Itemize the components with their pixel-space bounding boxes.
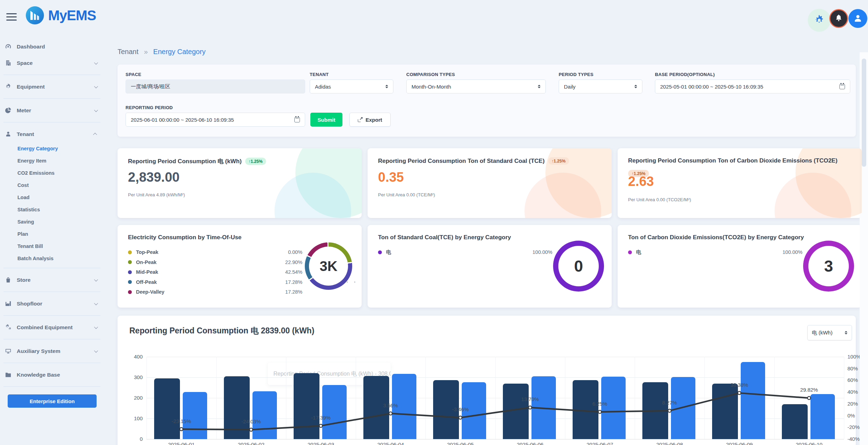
legend-item[interactable]: Deep-Valley	[128, 287, 164, 297]
donut-center-value: 3K	[305, 242, 352, 290]
stat-card-header: Reporting Period Consumption 电 (kWh)↑1.2…	[128, 157, 348, 165]
sidebar-item-dashboard[interactable]: Dashboard	[0, 38, 105, 55]
sidebar-item-tenant[interactable]: Tenant	[0, 126, 105, 142]
sidebar-item-cost[interactable]: Cost	[0, 179, 105, 191]
breadcrumb-current[interactable]: Energy Category	[153, 48, 205, 55]
tenant-select[interactable]: Adidas	[310, 80, 393, 93]
legend-percent: 100.00%	[740, 247, 802, 257]
sidebar-item-co2-emissions[interactable]: CO2 Emissions	[0, 167, 105, 179]
sidebar-divider	[3, 363, 100, 363]
user-profile-button[interactable]	[848, 9, 867, 28]
sidebar-item-auxiliary-system[interactable]: Auxiliary System	[0, 343, 105, 359]
sidebar-item-equipment[interactable]: Equipment	[0, 78, 105, 95]
chart-title: Reporting Period Consumption 电 2839.00 (…	[129, 325, 314, 336]
sidebar-item-space[interactable]: Space	[0, 55, 105, 71]
sidebar-item-energy-category[interactable]: Energy Category	[0, 142, 105, 154]
sidebar-item-energy-item[interactable]: Energy Item	[0, 154, 105, 167]
legend-dot-icon	[128, 270, 132, 274]
y-axis-left-tick: 0	[118, 436, 143, 442]
line-point-marker[interactable]	[529, 406, 532, 409]
legend-item[interactable]: On-Peak	[128, 257, 164, 267]
line-point-label: -24.03%	[227, 418, 276, 424]
stat-card-value: 2.63	[628, 174, 654, 189]
settings-button[interactable]	[808, 9, 831, 32]
export-button[interactable]: ↗ Export	[349, 113, 391, 127]
line-point-marker[interactable]	[598, 410, 602, 414]
sidebar-item-knowledge-base[interactable]: Knowledge Base	[0, 367, 105, 383]
line-point-marker[interactable]	[808, 397, 811, 400]
y-axis-left-tick: 400	[118, 354, 143, 360]
sidebar-item-plan[interactable]: Plan	[0, 228, 105, 240]
donut-legend: 电	[378, 247, 391, 257]
sidebar-item-combined-equipment[interactable]: Combined Equipment	[0, 319, 105, 335]
line-point-marker[interactable]	[319, 424, 323, 427]
legend-label: Deep-Valley	[136, 289, 164, 295]
chevron-down-icon	[94, 325, 98, 329]
myems-logo-icon	[25, 6, 45, 25]
legend-item[interactable]: 电	[378, 247, 391, 257]
legend-item[interactable]: Off-Peak	[128, 277, 164, 287]
stat-card-3: Reporting Period Consumption Ton of Carb…	[618, 148, 862, 218]
sidebar-item-label: Dashboard	[17, 44, 45, 50]
sidebar-item-label: Equipment	[17, 84, 45, 90]
line-point-marker[interactable]	[180, 428, 183, 431]
donut-chart[interactable]: 3	[803, 241, 854, 292]
donut-chart[interactable]: 0	[553, 241, 604, 292]
notifications-button[interactable]	[829, 9, 848, 28]
line-point-label: -23.15%	[157, 418, 206, 424]
sidebar-item-meter[interactable]: Meter	[0, 102, 105, 119]
sidebar-item-label: Shopfloor	[17, 301, 42, 307]
main-chart-card: Reporting Period Consumption 电 2839.00 (…	[118, 316, 856, 445]
sidebar-item-store[interactable]: Store	[0, 272, 105, 288]
donut-legend: 电	[628, 247, 641, 257]
dashboard-icon	[3, 43, 13, 51]
stat-card-value: 2,839.00	[128, 170, 180, 185]
line-point-marker[interactable]	[668, 409, 671, 412]
reporting-period-daterange-input[interactable]: 2025-06-01 00:00:00 ~ 2025-06-10 16:09:3…	[126, 113, 305, 127]
hamburger-menu-icon[interactable]	[6, 13, 17, 23]
submit-button[interactable]: Submit	[310, 113, 342, 127]
breadcrumb-parent[interactable]: Tenant	[118, 48, 138, 55]
line-point-marker[interactable]	[459, 416, 462, 419]
x-axis-label: 2025-06-02	[223, 442, 279, 445]
line-point-marker[interactable]	[250, 428, 253, 431]
sidebar-item-saving[interactable]: Saving	[0, 216, 105, 228]
scrollbar-thumb[interactable]	[862, 59, 866, 167]
donut-chart[interactable]: 3K	[305, 242, 352, 290]
space-label: SPACE	[126, 72, 141, 77]
stat-card-1: Reporting Period Consumption 电 (kWh)↑1.2…	[118, 148, 362, 218]
trend-badge: ↑1.25%	[548, 157, 569, 165]
line-point-marker[interactable]	[389, 412, 392, 415]
sidebar-divider	[3, 386, 100, 387]
legend-percent: 0.00%	[240, 247, 302, 257]
scrollbar-track[interactable]	[860, 52, 868, 445]
period-types-select[interactable]: Daily	[559, 80, 642, 93]
myems-logo[interactable]: MyEMS	[25, 6, 96, 25]
sidebar-divider	[3, 315, 100, 316]
sidebar-item-load[interactable]: Load	[0, 191, 105, 203]
legend-item[interactable]: Top-Peak	[128, 247, 164, 257]
store-icon	[3, 276, 13, 284]
legend-percent: 42.54%	[240, 267, 302, 277]
energy-unit-select[interactable]: 电 (kWh)	[807, 325, 852, 340]
sidebar-item-tenant-bill[interactable]: Tenant Bill	[0, 240, 105, 252]
legend-dot-icon	[128, 290, 132, 294]
sidebar-item-shopfloor[interactable]: Shopfloor	[0, 295, 105, 312]
space-input[interactable]: 一度城/商场/租区	[126, 80, 305, 93]
legend-dot-icon	[378, 250, 382, 254]
base-period-daterange-input[interactable]: 2025-05-01 00:00:00 ~ 2025-05-10 16:09:3…	[655, 80, 850, 93]
legend-label: On-Peak	[136, 259, 157, 265]
comparison-types-label: COMPARISON TYPES	[406, 72, 455, 77]
donut-overflow-dots: · ·	[346, 277, 357, 286]
line-point-label: 8.27%	[645, 400, 694, 406]
line-point-label: 38.38%	[715, 382, 764, 388]
enterprise-edition-button[interactable]: Enterprise Edition	[8, 394, 97, 408]
sidebar-item-batch-analysis[interactable]: Batch Analysis	[0, 252, 105, 264]
comparison-types-select[interactable]: Month-On-Month	[406, 80, 546, 93]
donut-card-electricity-consumption-by-time-of-use: Electricity Consumption by Time-Of-UseTo…	[118, 225, 362, 308]
legend-item[interactable]: 电	[628, 247, 641, 257]
breadcrumb: Tenant » Energy Category	[118, 48, 205, 56]
line-point-marker[interactable]	[738, 391, 741, 394]
sidebar-item-statistics[interactable]: Statistics	[0, 203, 105, 216]
legend-item[interactable]: Mid-Peak	[128, 267, 164, 277]
